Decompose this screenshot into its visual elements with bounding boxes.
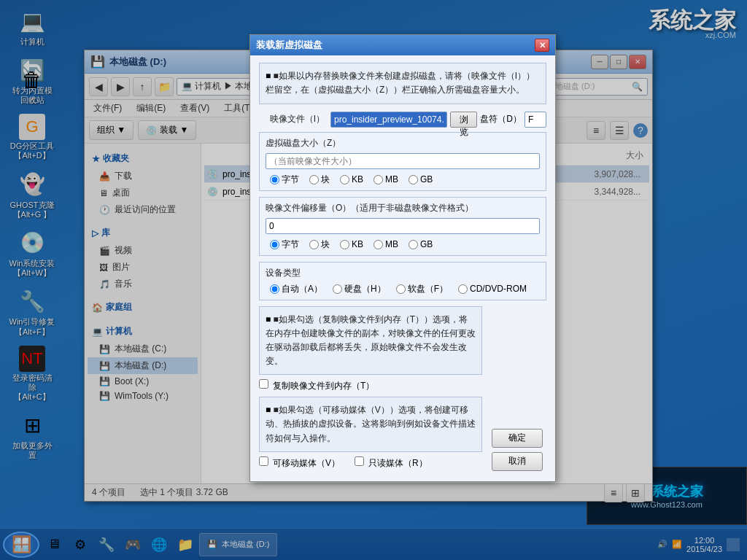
offset-units: 字节 块 KB MB GB [266,238,540,251]
image-file-label: 映像文件（I） [259,113,325,125]
device-auto[interactable]: 自动（A） [270,283,322,295]
device-cdrom-radio[interactable] [458,284,468,294]
unit-gb[interactable]: GB [409,174,433,184]
offset-section: 映像文件偏移量（O）（适用于非磁盘映像文件格式） 字节 块 KB [259,197,546,256]
unit-kb-radio[interactable] [340,175,349,184]
modal-dialog: 装载新虚拟磁盘 ✕ ■ ■如果以内存替换映像文件来创建虚拟磁盘，请将（映像文件（… [249,34,556,482]
off-unit-blocks-radio[interactable] [309,240,319,249]
device-type-radios: 自动（A） 硬盘（H） 软盘（F） CD/DVD-ROM [266,283,540,295]
image-file-row: 映像文件（I） 浏览 盘符（D） [259,112,546,128]
drive-label: 盘符（D） [480,113,522,125]
lower-section: ■ ■如果勾选（复制映像文件到内存（T））选项，将在内存中创建映像文件的副本，对… [259,306,546,474]
modal-overlay: 装载新虚拟磁盘 ✕ ■ ■如果以内存替换映像文件来创建虚拟磁盘，请将（映像文件（… [0,0,747,560]
off-unit-bytes[interactable]: 字节 [270,238,299,251]
unit-bytes-radio[interactable] [270,175,279,184]
dialog-info-2: ■ ■如果勾选（复制映像文件到内存（T））选项，将在内存中创建映像文件的副本，对… [259,306,482,376]
device-hdd[interactable]: 硬盘（H） [333,283,386,295]
unit-bytes[interactable]: 字节 [270,174,299,186]
dialog-info-text-2: ■如果勾选（复制映像文件到内存（T））选项，将在内存中创建映像文件的副本，对映像… [266,314,476,367]
modal-title-bar: 装载新虚拟磁盘 ✕ [250,35,555,55]
bullet-1: ■ [266,71,271,81]
device-type-section: 设备类型 自动（A） 硬盘（H） 软盘（F） [259,262,546,300]
unit-mb-radio[interactable] [374,175,383,184]
unit-blocks-radio[interactable] [309,175,319,184]
drive-value-input[interactable] [525,112,546,128]
dialog-info-1: ■ ■如果以内存替换映像文件来创建虚拟磁盘，请将（映像文件（I））栏留空，在（虚… [259,63,546,104]
device-floppy-label: 软盘（F） [408,283,448,295]
off-unit-kb[interactable]: KB [340,239,363,249]
copy-to-mem-label: 复制映像文件到内存（T） [273,379,374,392]
device-type-label: 设备类型 [266,267,540,279]
drive-label-text: 盘符（D） [480,114,522,124]
image-file-controls: 浏览 盘符（D） [330,112,546,128]
readonly-checkbox[interactable] [355,456,364,466]
modal-close-button[interactable]: ✕ [535,39,549,52]
vdisk-size-input[interactable] [266,153,540,169]
modal-title: 装载新虚拟磁盘 [256,39,322,52]
dialog-info-text-1: ■如果以内存替换映像文件来创建虚拟磁盘，请将（映像文件（I））栏留空，在（虚拟磁… [266,71,535,95]
unit-blocks[interactable]: 块 [309,174,330,186]
off-unit-mb[interactable]: MB [374,239,398,249]
device-auto-radio[interactable] [270,284,279,294]
off-unit-gb-radio[interactable] [409,240,418,249]
ok-button[interactable]: 确定 [492,429,543,448]
copy-to-mem-row: 复制映像文件到内存（T） [259,379,482,392]
modal-left-content: ■ ■如果勾选（复制映像文件到内存（T））选项，将在内存中创建映像文件的副本，对… [259,306,482,474]
vdisk-size-label: 虚拟磁盘大小（Z） [266,137,540,149]
dialog-info-3: ■ ■如果勾选（可移动媒体（V））选项，将创建可移动、热插拔的虚拟设备。这将影响… [259,397,482,452]
device-floppy-radio[interactable] [396,284,406,294]
off-unit-mb-radio[interactable] [374,240,383,249]
device-hdd-label: 硬盘（H） [344,283,386,295]
bullet-2: ■ [266,314,271,324]
vdisk-size-units: 字节 块 KB MB GB [266,174,540,186]
copy-to-mem-checkbox[interactable] [259,379,268,389]
readonly-label: 只读媒体（R） [368,456,427,470]
modal-body: ■ ■如果以内存替换映像文件来创建虚拟磁盘，请将（映像文件（I））栏留空，在（虚… [250,55,555,481]
desktop: 系统之家 xzj.COM 💻 计算机 🔄 转为内置模式 🗑 回收站 G DG分区… [0,0,747,560]
removable-row: 可移动媒体（V） 只读媒体（R） [259,456,482,474]
cancel-button[interactable]: 取消 [492,452,543,471]
offset-input[interactable] [266,218,540,234]
offset-label: 映像文件偏移量（O）（适用于非磁盘映像文件格式） [266,202,540,214]
removable-label: 可移动媒体（V） [273,456,340,470]
removable-checkbox-row: 可移动媒体（V） [259,456,340,470]
off-unit-gb[interactable]: GB [409,239,433,249]
unit-kb[interactable]: KB [340,174,363,184]
dialog-buttons: 确定 取消 [488,306,546,474]
removable-checkbox[interactable] [259,456,268,466]
bullet-3: ■ [266,405,271,415]
unit-gb-radio[interactable] [409,175,418,184]
device-hdd-radio[interactable] [333,284,342,294]
off-unit-kb-radio[interactable] [340,240,349,249]
off-unit-blocks[interactable]: 块 [309,238,330,251]
image-file-input[interactable] [330,112,447,128]
off-unit-bytes-radio[interactable] [270,240,279,249]
device-floppy[interactable]: 软盘（F） [396,283,448,295]
device-cdrom-label: CD/DVD-ROM [470,284,527,294]
readonly-checkbox-row: 只读媒体（R） [355,456,427,470]
dialog-info-text-3: ■如果勾选（可移动媒体（V））选项，将创建可移动、热插拔的虚拟设备。这将影响到例… [266,405,476,443]
browse-button[interactable]: 浏览 [450,112,477,128]
unit-mb[interactable]: MB [374,174,398,184]
device-cdrom[interactable]: CD/DVD-ROM [458,284,527,294]
device-auto-label: 自动（A） [282,283,322,295]
vdisk-size-section: 虚拟磁盘大小（Z） 字节 块 KB MB [259,132,546,191]
